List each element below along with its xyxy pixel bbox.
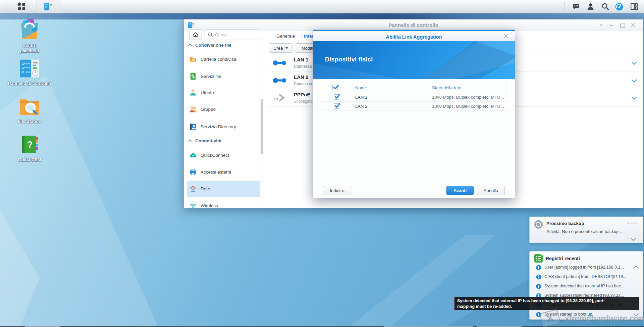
chevron-down-icon[interactable] bbox=[632, 77, 637, 83]
log-text: System detected that external IP has bee… bbox=[544, 284, 634, 288]
sidebar-item-label: Servizi file bbox=[201, 74, 221, 79]
search-icon bbox=[601, 2, 609, 11]
search-box bbox=[205, 29, 260, 40]
desktop-icon-label: Guida DSM bbox=[13, 157, 46, 162]
sidebar-scrollbar[interactable] bbox=[261, 99, 263, 154]
minimize-button[interactable] bbox=[609, 23, 614, 28]
sidebar-item-label: Utente bbox=[201, 90, 214, 95]
table-right-border bbox=[507, 83, 507, 115]
screen: Centro pacchetti Pannello di controllo bbox=[0, 0, 644, 327]
group-icon bbox=[189, 105, 197, 114]
desktop-icon-control-panel[interactable]: Pannello di controllo bbox=[6, 59, 53, 86]
chevron-down-icon[interactable] bbox=[631, 236, 636, 241]
sidebar-section-file-sharing[interactable]: Condivisione file bbox=[189, 41, 231, 49]
sidebar-item-label: Wireless bbox=[201, 203, 218, 208]
dialog-footer-separator bbox=[319, 182, 509, 182]
quickconnect-icon bbox=[189, 151, 197, 160]
desktop-icon-label: Centro pacchetti bbox=[14, 43, 45, 54]
logs-widget-title: Registri recenti bbox=[546, 256, 580, 261]
name-column-header-cell[interactable]: Nome bbox=[349, 83, 426, 93]
shared-folder-icon bbox=[189, 55, 197, 64]
apps-grid-icon bbox=[17, 2, 26, 11]
dialog-step-title: Dispositivi fisici bbox=[325, 56, 373, 63]
device-status: 1000 Mbps, Duplex completo, MTU... bbox=[432, 104, 506, 109]
interface-status: Connesso bbox=[294, 64, 312, 69]
lan2-checkbox[interactable] bbox=[334, 103, 339, 109]
desktop-icon-label: File Station bbox=[13, 119, 46, 124]
sidebar-section-connectivity[interactable]: Connettività bbox=[189, 137, 221, 144]
chevron-down-icon[interactable] bbox=[632, 60, 637, 65]
search-input[interactable] bbox=[215, 30, 259, 39]
tooltip-line2: mapping must be re-added. bbox=[457, 304, 636, 310]
user-silhouette-icon bbox=[586, 2, 595, 11]
status-column-header-cell[interactable]: Stato della rete bbox=[426, 83, 507, 93]
notifications-button[interactable] bbox=[569, 0, 583, 13]
sidebar-item-shared-folder[interactable]: Cartella condivisa bbox=[184, 51, 264, 68]
log-entry[interactable]: User [admin] logged in from [192.168.0.1… bbox=[530, 263, 643, 272]
log-text: User [admin] logged in from [192.168.0.1… bbox=[544, 265, 634, 270]
home-button[interactable] bbox=[189, 29, 202, 40]
log-entry[interactable]: System detected that external IP has bee… bbox=[530, 282, 643, 291]
tooltip-line1: System detected that external IP has bee… bbox=[457, 298, 636, 304]
chevron-up-icon[interactable] bbox=[634, 266, 639, 271]
chevron-down-icon[interactable] bbox=[632, 95, 637, 100]
table-header-row: Nome Stato della rete bbox=[322, 83, 507, 92]
home-icon bbox=[192, 31, 199, 38]
sidebar-item-label: Cartella condivisa bbox=[201, 57, 236, 62]
sidebar-item-directory-service[interactable]: Servizio Directory bbox=[184, 119, 264, 135]
taskbar-control-panel-task[interactable] bbox=[37, 0, 60, 13]
resource-monitor-button[interactable] bbox=[612, 0, 626, 13]
back-button[interactable]: Indietro bbox=[323, 186, 351, 195]
help-button[interactable]: ? bbox=[598, 23, 603, 28]
sidebar-item-file-services[interactable]: Servizi file bbox=[184, 68, 264, 85]
main-menu-button[interactable] bbox=[6, 0, 37, 13]
log-text: CIFS client [admin] from [DESKTOP(IP:19.… bbox=[544, 274, 634, 279]
search-button[interactable] bbox=[598, 0, 612, 13]
watermark-text: xtremehardware.com bbox=[565, 314, 644, 324]
dialog-titlebar[interactable]: Abilita Link Aggregation bbox=[313, 31, 515, 41]
sidebar-item-group[interactable]: Gruppo bbox=[184, 101, 264, 118]
maximize-button[interactable] bbox=[620, 23, 625, 28]
search-icon bbox=[208, 32, 213, 39]
close-button[interactable] bbox=[631, 23, 636, 28]
status-column-header: Stato della rete bbox=[432, 85, 461, 90]
lan1-checkbox[interactable] bbox=[334, 94, 339, 100]
control-panel-icon bbox=[19, 59, 40, 80]
log-entry[interactable]: CIFS client [admin] from [DESKTOP(IP:19.… bbox=[530, 272, 643, 282]
caret-down-icon bbox=[285, 47, 288, 49]
device-row-lan2[interactable]: LAN 2 1000 Mbps, Duplex completo, MTU... bbox=[322, 102, 507, 111]
cancel-button-label: Annulla bbox=[484, 188, 498, 193]
tab-general[interactable]: Generale bbox=[276, 34, 295, 39]
next-button[interactable]: Avanti bbox=[446, 186, 474, 195]
sidebar-item-label: Gruppo bbox=[201, 107, 216, 112]
user-menu-button[interactable] bbox=[584, 0, 597, 13]
taskbar bbox=[0, 0, 644, 13]
sidebar-separator bbox=[189, 50, 258, 50]
select-all-cell bbox=[322, 83, 349, 93]
cancel-button[interactable]: Annulla bbox=[477, 186, 505, 195]
sidebar-item-quickconnect[interactable]: QuickConnect bbox=[184, 147, 264, 164]
desktop-icon-file-station[interactable]: File Station bbox=[6, 97, 53, 124]
interface-status: Connesso bbox=[294, 82, 312, 86]
desktop-icon-package-center[interactable]: Centro pacchetti bbox=[6, 19, 53, 54]
device-row-lan1[interactable]: LAN 1 1000 Mbps, Duplex completo, MTU... bbox=[322, 93, 507, 102]
sidebar-item-user[interactable]: Utente bbox=[184, 84, 264, 101]
sidebar-item-network[interactable]: Rete bbox=[184, 181, 264, 197]
sidebar: Condivisione file Cartella condivisa bbox=[184, 41, 264, 208]
wireless-icon bbox=[189, 202, 197, 208]
desktop-icon-dsm-help[interactable]: ? Guida DSM bbox=[6, 134, 53, 162]
pppoe-disconnected-icon bbox=[273, 93, 287, 104]
sidebar-divider bbox=[264, 29, 264, 208]
create-button-label: Crea bbox=[273, 46, 283, 51]
sidebar-item-label: Rete bbox=[201, 186, 210, 191]
lan-connected-icon bbox=[273, 76, 287, 86]
select-all-checkbox[interactable] bbox=[332, 85, 338, 90]
sidebar-item-wireless[interactable]: Wireless bbox=[184, 197, 264, 208]
directory-service-icon bbox=[189, 123, 197, 132]
widgets-button[interactable] bbox=[627, 0, 641, 13]
device-status: 1000 Mbps, Duplex completo, MTU... bbox=[432, 95, 506, 100]
create-button[interactable]: Crea bbox=[269, 43, 292, 53]
sidebar-item-external-access[interactable]: Accessi esterni bbox=[184, 164, 264, 181]
info-icon bbox=[536, 274, 541, 281]
dialog-close-icon[interactable] bbox=[503, 34, 508, 39]
